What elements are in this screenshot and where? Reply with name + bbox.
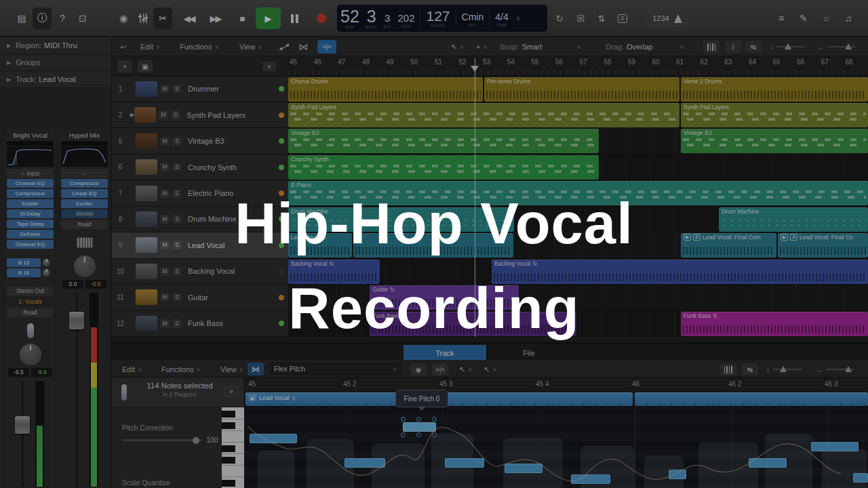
mute-button[interactable]: M [160, 293, 170, 302]
pan-knob[interactable] [74, 256, 96, 277]
add-track-button[interactable]: + [117, 60, 132, 73]
note-edit-handle[interactable] [432, 417, 437, 422]
solo-button[interactable]: S [172, 267, 182, 276]
mute-button[interactable]: M [160, 137, 170, 146]
plugin-slot[interactable]: DeEsser [7, 230, 54, 239]
track-header-crunchy-synth[interactable]: 6MSCrunchy Synth [112, 155, 288, 180]
waveform-zoom-button[interactable] [703, 41, 719, 53]
tuner-icon[interactable]: ◉ [114, 7, 133, 29]
flex-pitch-note[interactable] [403, 422, 436, 432]
edit-menu[interactable]: Edit∨ [140, 37, 160, 56]
note-edit-handle[interactable] [432, 432, 437, 437]
track-header-drummer[interactable]: 1MSDrummer [112, 77, 288, 102]
undo-catch-icon[interactable]: ↩ [120, 37, 126, 56]
track-inspector-header[interactable]: ▶ Track: Lead Vocal [0, 71, 111, 88]
track-name[interactable]: Funk Bass [188, 319, 279, 327]
pan-knob[interactable] [20, 344, 41, 365]
piano-key-black[interactable] [222, 422, 235, 429]
cycle-button[interactable]: ↻ [551, 9, 568, 27]
loop-browser-icon[interactable]: ○ [816, 7, 835, 29]
mute-button[interactable]: M [160, 215, 170, 224]
play-button[interactable]: ▶ [256, 7, 281, 29]
flex-pitch-note[interactable] [669, 470, 686, 479]
cut-sections-icon[interactable]: ✂ [153, 7, 172, 29]
media-browser-icon[interactable]: ♫ [839, 7, 858, 29]
toolbox-icon[interactable]: ⊡ [73, 7, 92, 29]
track-header-options-button[interactable]: ∨ [262, 62, 276, 71]
region[interactable]: Pre-verse Drums [484, 77, 679, 102]
region[interactable]: Drum Machine [719, 207, 868, 232]
plugin-slot[interactable]: Compressor [7, 189, 54, 198]
secondary-tool-menu[interactable]: +∨ [476, 37, 487, 56]
region[interactable]: Backing Vocal↻ [288, 260, 380, 284]
horizontal-zoom-slider[interactable]: ↔ [817, 43, 856, 51]
mute-button[interactable]: M [160, 163, 170, 171]
pause-button[interactable] [282, 7, 307, 29]
count-in-button[interactable]: 1234 [652, 14, 669, 22]
note-pads-icon[interactable]: ✎ [794, 7, 813, 29]
track-header-backing-vocal[interactable]: 10MSBacking Vocal [112, 259, 288, 285]
region[interactable]: Lead Vocal↻ [288, 233, 352, 258]
groups-inspector-header[interactable]: ▶ Groups [0, 54, 111, 71]
send-level-knob[interactable] [43, 259, 50, 266]
duplicate-track-button[interactable]: ▣ [138, 60, 153, 73]
piano-key-black[interactable] [222, 480, 235, 487]
horizontal-auto-zoom-button[interactable]: ↹ [742, 363, 758, 375]
playhead[interactable] [475, 58, 475, 337]
solo-button[interactable]: S [172, 215, 182, 224]
solo-button[interactable]: S [172, 319, 182, 328]
lcd-chevron-icon[interactable]: ∨ [516, 15, 521, 22]
list-editors-icon[interactable]: ≡ [772, 7, 791, 29]
bar-ruler[interactable]: 4546474849505152535455565758596061626364… [288, 57, 868, 76]
view-menu[interactable]: View∨ [239, 37, 262, 56]
track-header-funk-bass[interactable]: 12MSFunk Bass [112, 311, 288, 337]
region[interactable]: Verse 2 Drums [681, 77, 868, 102]
region[interactable]: Guitar↻ [370, 285, 519, 310]
rewind-button[interactable]: ◀◀ [176, 7, 201, 29]
region[interactable]: Funk Bass [370, 312, 576, 336]
plugin-slot[interactable]: Channel EQ [7, 240, 54, 249]
send-bus-label[interactable]: B 15 [7, 258, 41, 267]
edit-menu[interactable]: Edit∨ [122, 360, 142, 379]
track-header-guitar[interactable]: 11MSGuitar [112, 285, 288, 310]
track-header-vintage-b3[interactable]: 5MSVintage B3 [112, 128, 288, 154]
eq-thumbnail[interactable] [7, 146, 54, 167]
flex-pitch-note[interactable] [811, 442, 859, 451]
note-edit-handle[interactable] [416, 417, 421, 422]
solo-button[interactable]: S [171, 110, 180, 119]
vertical-zoom-slider[interactable]: ↕ [766, 365, 802, 373]
note-edit-handle[interactable] [401, 432, 406, 437]
region[interactable]: Synth Pad Layers [681, 103, 868, 127]
input-slot[interactable]: ○Input [7, 169, 54, 178]
mute-button[interactable]: M [159, 110, 168, 119]
plugin-slot[interactable]: Linear EQ [61, 189, 108, 198]
stereo-format-slot[interactable]: ◦◦ [61, 169, 108, 178]
track-name[interactable]: Guitar [188, 293, 279, 302]
track-name[interactable]: Vintage B3 [188, 137, 279, 145]
region[interactable]: Synth Pad Layers [288, 103, 679, 127]
solo-button[interactable]: S [172, 241, 182, 249]
flex-pitch-note[interactable] [445, 458, 484, 468]
flex-pitch-note[interactable] [571, 474, 610, 484]
drag-menu[interactable]: Drag:Overlap∨ [606, 37, 684, 56]
horizontal-zoom-slider[interactable]: ↔ [816, 365, 854, 373]
piano-key-black[interactable] [222, 445, 235, 452]
solo-button[interactable]: S [172, 163, 182, 171]
region-inspector-header[interactable]: ▶ Region: MIDI Thru [0, 37, 111, 54]
track-header-drum-machine[interactable]: 8MSDrum Machine [112, 207, 288, 232]
vertical-zoom-slider[interactable]: ↕ [770, 43, 805, 51]
horizontal-auto-zoom-button[interactable]: ↹ [745, 41, 762, 53]
view-menu[interactable]: View∨ [220, 360, 243, 379]
flex-pitch-canvas[interactable] [244, 406, 868, 488]
track-header-lead-vocal[interactable]: 9MSLead Vocal [112, 232, 288, 258]
mute-button[interactable]: M [160, 85, 170, 94]
automation-icon[interactable] [279, 37, 291, 56]
region[interactable]: ▶ALead Vocal: Final Co [778, 233, 868, 258]
channel-strip-name[interactable]: Hyped Mix [61, 130, 108, 140]
catch-playhead-button[interactable]: >|< [317, 40, 336, 54]
flex-icon[interactable]: ⋈ [248, 363, 264, 375]
vertical-auto-zoom-button[interactable]: Ⅰ [725, 41, 741, 53]
plugin-slot[interactable]: AdLimit [61, 209, 108, 218]
mute-button[interactable]: M [160, 241, 170, 249]
volume-fader[interactable] [71, 293, 83, 487]
